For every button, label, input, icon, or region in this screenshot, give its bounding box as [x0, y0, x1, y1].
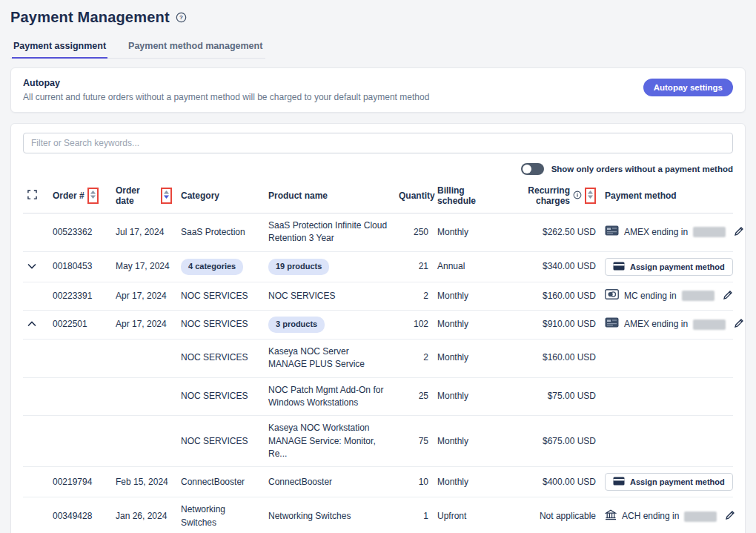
header-quantity[interactable]: Quantity: [399, 191, 435, 201]
billing-schedule-cell: Upfront: [433, 497, 508, 533]
table-row: 00180453May 17, 20244 categories19 produ…: [23, 251, 733, 282]
tab-payment-assignment[interactable]: Payment assignment: [12, 36, 107, 59]
chevron-down-icon[interactable]: [27, 263, 36, 269]
quantity-value: 1: [423, 511, 428, 521]
header-product-name[interactable]: Product name: [268, 191, 328, 201]
order-date-cell: May 17, 2024: [111, 251, 176, 282]
payment-method-cell: AMEX ending in: [600, 310, 733, 339]
payment-method-cell: MC ending in: [600, 282, 733, 310]
page-header: Payment Management ?: [10, 9, 746, 26]
category-text: NOC SERVICES: [181, 291, 248, 301]
recurring-charges-cell: $400.00 USD: [508, 467, 600, 497]
quantity-value: 250: [414, 227, 428, 237]
autopay-description: All current and future orders without a …: [23, 92, 733, 102]
payment-method: ACH ending in: [605, 509, 729, 524]
assign-payment-method-button[interactable]: Assign payment method: [605, 258, 733, 276]
amex-card-icon: [605, 225, 619, 239]
category-text: SaaS Protection: [181, 227, 245, 237]
edit-payment-method-button[interactable]: [732, 225, 746, 240]
expand-all-icon[interactable]: [27, 190, 37, 199]
billing-schedule-value: Monthly: [437, 352, 468, 362]
sort-icon-order[interactable]: [90, 190, 96, 202]
payment-method-label: AMEX ending in: [624, 318, 688, 331]
sort-icon-recurring-charges[interactable]: [587, 190, 594, 202]
assign-payment-method-button[interactable]: Assign payment method: [605, 473, 733, 491]
redacted-card-digits: [693, 320, 726, 330]
recurring-charges-value: $910.00 USD: [543, 319, 596, 329]
edit-payment-method-button[interactable]: [723, 509, 737, 524]
recurring-charges-cell: $910.00 USD: [508, 310, 600, 339]
category-text: Networking Switches: [181, 504, 225, 527]
expand-cell: [23, 310, 48, 339]
order-date: Apr 17, 2024: [116, 319, 167, 329]
order-number: 00523362: [53, 227, 92, 237]
recurring-charges-cell: Not applicable: [508, 497, 600, 533]
billing-schedule-value: Monthly: [437, 291, 468, 301]
sort-annotation-box: [161, 188, 172, 204]
recurring-charges-cell: $675.00 USD: [508, 416, 600, 467]
recurring-charges-cell: $160.00 USD: [508, 339, 600, 377]
recurring-charges-cell: $75.00 USD: [508, 377, 600, 416]
quantity-cell: 2: [394, 282, 433, 310]
order-number-cell: 0022501: [48, 310, 111, 339]
product-name-text: NOC SERVICES: [268, 291, 335, 301]
payment-method-cell: AMEX ending in: [600, 213, 733, 252]
assign-button-label: Assign payment method: [630, 262, 725, 271]
billing-schedule-cell: Monthly: [433, 467, 508, 497]
billing-schedule-value: Upfront: [437, 511, 466, 521]
header-recurring-charges[interactable]: Recurring charges: [513, 185, 570, 206]
help-icon[interactable]: ?: [176, 12, 187, 23]
category-cell: NOC SERVICES: [176, 416, 264, 467]
recurring-charges-value: $400.00 USD: [543, 477, 596, 487]
expand-cell: [23, 497, 48, 533]
quantity-cell: 1: [394, 497, 433, 533]
order-date: Apr 17, 2024: [116, 291, 167, 301]
order-number-cell: [48, 377, 111, 416]
amex-card-icon: [605, 317, 619, 331]
quantity-cell: 2: [394, 339, 433, 377]
search-input[interactable]: [23, 133, 733, 153]
edit-payment-method-button[interactable]: [732, 317, 746, 332]
order-date-cell: Feb 15, 2024: [111, 467, 176, 497]
expand-cell: [23, 377, 48, 416]
autopay-settings-button[interactable]: Autopay settings: [643, 79, 733, 96]
recurring-charges-cell: $340.00 USD: [508, 251, 600, 282]
table-row: 00219794Feb 15, 2024ConnectBoosterConnec…: [23, 467, 733, 497]
orders-table-card: Show only orders without a payment metho…: [10, 123, 746, 533]
header-order[interactable]: Order #: [53, 191, 84, 201]
product-name-text: SaaS Protection Infinite Cloud Retention…: [268, 220, 387, 243]
product-name-text: ConnectBooster: [268, 477, 332, 487]
orders-without-payment-toggle[interactable]: [521, 163, 544, 175]
table-header-row: Order # Order date Category Product name…: [23, 178, 733, 213]
quantity-value: 2: [423, 352, 428, 362]
category-cell: 4 categories: [176, 251, 264, 282]
category-cell: NOC SERVICES: [176, 310, 264, 339]
product-name-cell: NOC SERVICES: [264, 282, 394, 310]
billing-schedule-value: Monthly: [437, 436, 468, 446]
assign-button-label: Assign payment method: [630, 477, 725, 486]
header-billing-schedule[interactable]: Billing schedule: [437, 185, 476, 206]
product-name-text: Kaseya NOC Workstation MANAGE Service: M…: [268, 423, 376, 459]
order-number-cell: 00180453: [48, 251, 111, 282]
order-number-cell: 00523362: [48, 213, 111, 252]
sort-icon-order-date[interactable]: [163, 190, 170, 202]
payment-method-label: ACH ending in: [622, 510, 679, 523]
quantity-value: 10: [419, 477, 428, 487]
header-order-date[interactable]: Order date: [116, 185, 158, 206]
payment-method-cell: [600, 416, 733, 467]
recurring-charges-cell: $160.00 USD: [508, 282, 600, 310]
edit-payment-method-button[interactable]: [721, 288, 735, 304]
billing-schedule-cell: Monthly: [433, 213, 508, 252]
quantity-value: 102: [414, 319, 428, 329]
billing-schedule-cell: Annual: [433, 251, 508, 282]
product-name-cell: Networking Switches: [264, 497, 394, 533]
info-icon[interactable]: [573, 191, 582, 202]
billing-schedule-cell: Monthly: [433, 377, 508, 416]
sort-annotation-box: [87, 188, 99, 204]
quantity-cell: 250: [394, 213, 433, 252]
order-date-cell: [111, 339, 176, 377]
header-category[interactable]: Category: [181, 191, 219, 201]
billing-schedule-cell: Monthly: [433, 310, 508, 339]
tab-payment-method-management[interactable]: Payment method management: [127, 36, 264, 58]
chevron-up-icon[interactable]: [27, 321, 36, 327]
